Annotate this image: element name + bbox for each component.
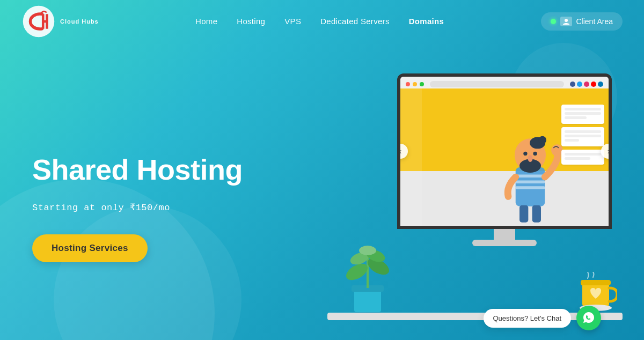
chat-bubble: Questions? Let's Chat bbox=[484, 309, 572, 328]
nav-link-dedicated[interactable]: Dedicated Servers bbox=[320, 17, 390, 26]
hero-section: Shared Hosting Starting at only ₹150/mo … bbox=[0, 43, 644, 340]
card-line-4 bbox=[565, 130, 601, 133]
nav-item-dedicated[interactable]: Dedicated Servers bbox=[320, 17, 390, 26]
person-icon bbox=[562, 18, 570, 25]
card-line-1 bbox=[565, 108, 601, 110]
nav-item-hosting[interactable]: Hosting bbox=[237, 17, 265, 26]
toolbar-address-bar bbox=[430, 81, 564, 87]
logo-label: Cloud Hubs bbox=[60, 19, 99, 25]
logo[interactable]: Cloud Hubs bbox=[21, 4, 99, 39]
nav-item-home[interactable]: Home bbox=[195, 17, 217, 26]
social-icon-yt bbox=[591, 82, 596, 87]
logo-svg bbox=[21, 4, 56, 39]
nav-menu: Home Hosting VPS Dedicated Servers Domai… bbox=[195, 17, 444, 26]
client-area-button[interactable]: Client Area bbox=[541, 12, 623, 31]
left-arrow-icon: ‹ bbox=[399, 147, 402, 156]
social-icon-fb bbox=[570, 82, 575, 87]
screen-cards bbox=[561, 105, 604, 165]
card-line-3 bbox=[565, 116, 587, 119]
toolbar-dot-red bbox=[406, 82, 410, 86]
screen-card-3 bbox=[561, 150, 604, 165]
social-icon-tw bbox=[577, 82, 582, 87]
card-line-8 bbox=[565, 157, 590, 160]
svg-point-13 bbox=[523, 152, 527, 156]
svg-point-0 bbox=[23, 6, 55, 38]
svg-rect-7 bbox=[516, 180, 545, 183]
toolbar-dot-green bbox=[420, 82, 424, 86]
card-line-2 bbox=[565, 112, 601, 115]
whatsapp-icon bbox=[582, 311, 596, 325]
svg-point-4 bbox=[565, 19, 568, 22]
chat-label: Questions? Let's Chat bbox=[493, 314, 562, 322]
nav-link-home[interactable]: Home bbox=[195, 17, 217, 26]
card-line-5 bbox=[565, 135, 601, 137]
nav-link-hosting[interactable]: Hosting bbox=[237, 17, 265, 26]
hero-content: Shared Hosting Starting at only ₹150/mo … bbox=[32, 142, 243, 262]
client-area-icon bbox=[560, 17, 572, 26]
client-area-label: Client Area bbox=[576, 17, 613, 26]
screen-card-1 bbox=[561, 105, 604, 124]
svg-rect-18 bbox=[532, 205, 541, 223]
plant bbox=[343, 229, 392, 315]
nav-item-domains[interactable]: Domains bbox=[409, 17, 444, 26]
hero-illustration: ‹ › bbox=[327, 63, 623, 340]
hero-subtitle: Starting at only ₹150/mo bbox=[32, 202, 243, 213]
logo-text-block: Cloud Hubs bbox=[60, 19, 99, 25]
toolbar-icons bbox=[570, 82, 603, 87]
nav-link-vps[interactable]: VPS bbox=[284, 17, 301, 26]
nav-link-domains[interactable]: Domains bbox=[409, 17, 444, 26]
card-line-6 bbox=[565, 139, 579, 142]
chat-widget[interactable]: Questions? Let's Chat bbox=[484, 306, 602, 330]
screen-illustration bbox=[400, 88, 609, 226]
svg-point-26 bbox=[359, 246, 376, 255]
svg-point-15 bbox=[528, 155, 532, 162]
toolbar-dot-yellow bbox=[413, 82, 417, 86]
monitor: ‹ › bbox=[397, 73, 612, 256]
character-illustration bbox=[487, 119, 573, 226]
svg-point-11 bbox=[538, 136, 546, 144]
hero-title: Shared Hosting bbox=[32, 153, 243, 186]
monitor-stand-neck bbox=[494, 229, 515, 240]
svg-rect-6 bbox=[516, 175, 545, 178]
hosting-services-button[interactable]: Hosting Services bbox=[32, 234, 148, 262]
nav-item-vps[interactable]: VPS bbox=[284, 17, 301, 26]
monitor-stand-base bbox=[472, 240, 537, 246]
status-dot bbox=[551, 19, 556, 24]
monitor-nav-right[interactable]: › bbox=[601, 144, 612, 159]
screen-card-2 bbox=[561, 127, 604, 146]
whatsapp-button[interactable] bbox=[576, 306, 601, 330]
svg-point-14 bbox=[533, 152, 537, 156]
social-icon-ig bbox=[584, 82, 589, 87]
monitor-body: ‹ › bbox=[397, 73, 612, 229]
right-arrow-icon: › bbox=[608, 147, 610, 156]
svg-rect-28 bbox=[581, 280, 611, 285]
navbar: Cloud Hubs Home Hosting VPS Dedicated Se… bbox=[0, 0, 644, 43]
social-icon-li bbox=[598, 82, 603, 87]
svg-rect-8 bbox=[516, 186, 545, 189]
svg-rect-17 bbox=[519, 205, 528, 223]
plant-svg bbox=[343, 229, 392, 315]
card-line-7 bbox=[565, 153, 601, 156]
